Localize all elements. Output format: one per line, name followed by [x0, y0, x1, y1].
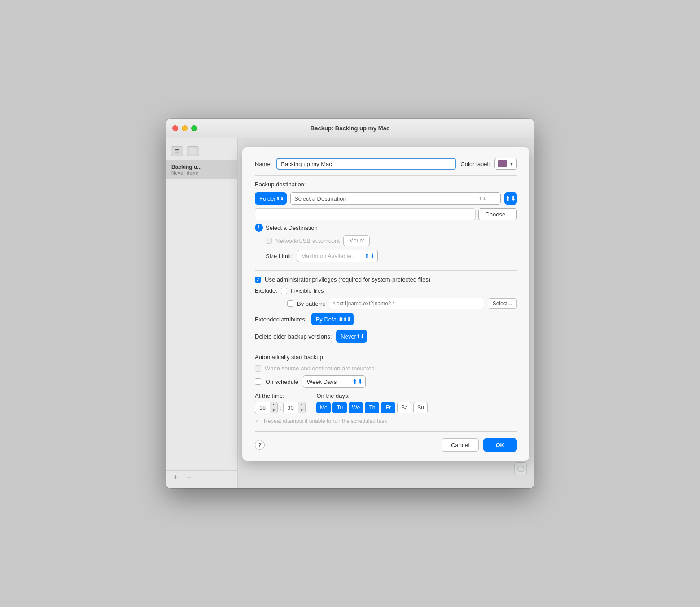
days-section: On the days: Mo Tu We Th Fr Sa Su: [316, 392, 428, 413]
day-mo-button[interactable]: Mo: [316, 402, 331, 413]
color-label-text: Color label:: [460, 161, 490, 167]
chevron-down-icon: ▼: [509, 162, 514, 167]
sidebar-item-backup[interactable]: Backing u... Never done: [166, 160, 237, 179]
select-pattern-button[interactable]: Select...: [488, 298, 517, 309]
footer-buttons: Cancel OK: [442, 438, 517, 452]
dialog-overlay: Name: Color label: ▼ Backup destination:: [238, 138, 534, 488]
sidebar-icon-1[interactable]: ☰: [171, 146, 183, 156]
at-time-label: At the time:: [255, 392, 306, 399]
checkmark-icon: ✓: [256, 277, 260, 282]
on-schedule-checkbox[interactable]: [255, 378, 261, 385]
name-input[interactable]: [276, 158, 456, 170]
choose-button[interactable]: Choose...: [478, 208, 517, 220]
pattern-input[interactable]: [329, 298, 484, 309]
size-limit-wrapper[interactable]: Maximum Available... ⬆⬇: [297, 250, 378, 262]
sidebar-icon-2[interactable]: ⬜: [187, 146, 199, 156]
network-usb-checkbox[interactable]: [266, 238, 272, 244]
repeat-label: Repeat attempts if unable to run the sch…: [264, 418, 387, 424]
remove-item-button[interactable]: −: [184, 473, 194, 481]
mount-button[interactable]: Mount: [343, 235, 370, 246]
folder-type-wrapper[interactable]: Folder ⬆⬇: [255, 192, 287, 205]
exclude-row: Exclude: Invisible files: [255, 287, 517, 294]
minute-down-button[interactable]: ▼: [298, 408, 306, 414]
destination-type-row: Folder ⬆⬇ Select a Destination: [255, 192, 517, 205]
hour-arrows: ▲ ▼: [270, 402, 277, 413]
when-source-row: When source and destination are mounted: [255, 365, 517, 372]
hour-input[interactable]: [255, 405, 270, 411]
size-limit-select[interactable]: Maximum Available...: [297, 250, 378, 262]
window-title: Backup: Backing up my Mac: [311, 125, 389, 132]
day-sa-button[interactable]: Sa: [397, 402, 411, 413]
by-pattern-row: By pattern: Select...: [255, 298, 517, 309]
backup-destination-label: Backup destination:: [255, 181, 517, 188]
minute-input[interactable]: [284, 405, 298, 411]
folder-type-select[interactable]: Folder: [255, 192, 287, 205]
dialog-footer: ? Cancel OK: [255, 431, 517, 452]
time-section: At the time: ▲ ▼ :: [255, 392, 306, 413]
day-fr-button[interactable]: Fr: [381, 402, 395, 413]
hour-up-button[interactable]: ▲: [270, 402, 277, 408]
network-usb-row: Network/USB automount Mount: [255, 235, 517, 246]
network-usb-label: Network/USB automount: [276, 238, 340, 244]
when-source-label: When source and destination are mounted: [265, 365, 375, 372]
admin-priv-checkbox[interactable]: ✓: [255, 277, 261, 283]
delete-older-wrapper[interactable]: Never ⬆⬇: [336, 330, 367, 343]
sidebar-toolbar: ☰ ⬜: [166, 143, 237, 160]
close-button[interactable]: [172, 125, 178, 131]
when-source-checkbox[interactable]: [255, 365, 261, 372]
admin-priv-row: ✓ Use administrator privileges (required…: [255, 276, 517, 283]
on-schedule-label: On schedule: [266, 378, 298, 385]
schedule-select[interactable]: Week Days: [303, 375, 366, 388]
by-pattern-checkbox[interactable]: [287, 300, 293, 307]
size-limit-label: Size Limit:: [266, 253, 293, 260]
days-row: Mo Tu We Th Fr Sa Su: [316, 402, 428, 413]
divider-1: [255, 175, 517, 176]
minimize-button[interactable]: [182, 125, 188, 131]
time-days-row: At the time: ▲ ▼ :: [255, 392, 517, 413]
hour-down-button[interactable]: ▼: [270, 408, 277, 414]
destination-select[interactable]: Select a Destination: [290, 192, 501, 205]
day-su-button[interactable]: Su: [413, 402, 428, 413]
name-label: Name:: [255, 161, 272, 167]
add-item-button[interactable]: +: [171, 473, 180, 481]
divider-3: [255, 348, 517, 348]
select-destination-text: Select a Destination: [266, 224, 318, 231]
ok-button[interactable]: OK: [483, 438, 517, 452]
path-row: Choose...: [255, 208, 517, 220]
help-button[interactable]: ?: [255, 440, 265, 450]
main-area: below or 📄 🕐 Name: Color label: ▼: [238, 138, 534, 488]
on-days-label: On the days:: [316, 392, 428, 399]
traffic-lights[interactable]: [172, 125, 197, 131]
color-swatch: [498, 160, 508, 167]
destination-blue-button[interactable]: ⬆⬇: [504, 192, 517, 205]
maximize-button[interactable]: [191, 125, 197, 131]
repeat-row: ✓ Repeat attempts if unable to run the s…: [255, 418, 517, 424]
day-we-button[interactable]: We: [349, 402, 363, 413]
minute-stepper[interactable]: ▲ ▼: [283, 402, 306, 413]
on-schedule-row: On schedule Week Days ⬆⬇: [255, 375, 517, 388]
dialog: Name: Color label: ▼ Backup destination:: [242, 147, 529, 461]
backup-destination-section: Backup destination: Folder ⬆⬇: [255, 181, 517, 262]
invisible-files-checkbox[interactable]: [281, 288, 287, 294]
invisible-files-label: Invisible files: [291, 287, 324, 294]
hour-stepper[interactable]: ▲ ▼: [255, 402, 278, 413]
auto-backup-label: Automatically start backup:: [255, 354, 517, 361]
delete-older-row: Delete older backup versions: Never ⬆⬇: [255, 330, 517, 343]
day-tu-button[interactable]: Tu: [332, 402, 347, 413]
sidebar: ☰ ⬜ Backing u... Never done + −: [166, 138, 238, 488]
size-limit-row: Size Limit: Maximum Available... ⬆⬇: [255, 250, 517, 262]
auto-backup-section: Automatically start backup: When source …: [255, 354, 517, 424]
color-label-button[interactable]: ▼: [494, 158, 517, 170]
sidebar-bottom-bar: + −: [166, 470, 237, 484]
ext-attrs-wrapper[interactable]: By Default ⬆⬇: [311, 313, 354, 325]
path-input[interactable]: [255, 208, 476, 220]
ext-attrs-select[interactable]: By Default: [311, 313, 354, 325]
title-bar: Backup: Backing up my Mac: [166, 119, 534, 138]
info-icon: !: [255, 224, 263, 232]
cancel-button[interactable]: Cancel: [442, 438, 478, 452]
minute-up-button[interactable]: ▲: [298, 402, 306, 408]
delete-older-select[interactable]: Never: [336, 330, 367, 343]
admin-priv-label: Use administrator privileges (required f…: [265, 276, 430, 283]
schedule-wrapper[interactable]: Week Days ⬆⬇: [303, 375, 366, 388]
day-th-button[interactable]: Th: [365, 402, 379, 413]
